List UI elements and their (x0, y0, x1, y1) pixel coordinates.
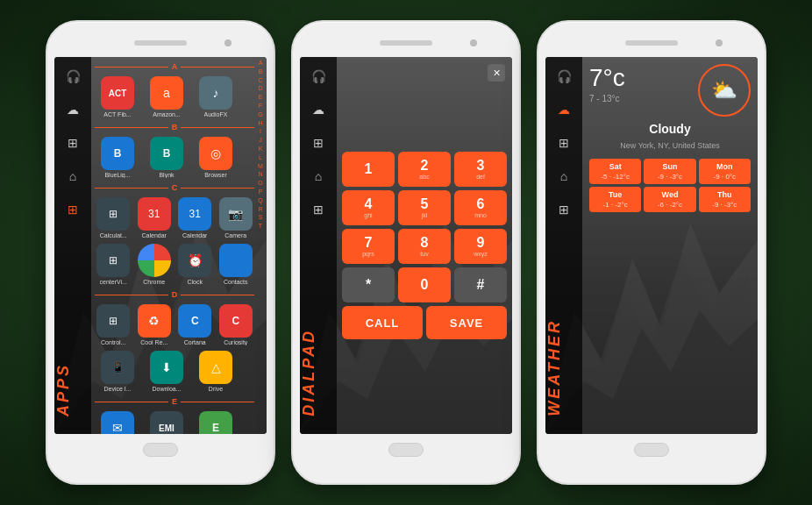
dial-button-8[interactable]: 8 tuv (398, 229, 451, 264)
weather-day-temp-tue: -1 · -2°c (603, 201, 628, 209)
weather-temp-section: 7°c 7 - 13°c (589, 64, 625, 103)
dial-button-9[interactable]: 9 wxyz (454, 229, 507, 264)
sidebar-grid-icon[interactable]: ⊞ (61, 131, 85, 155)
section-e-header: E (95, 395, 254, 408)
dial-button-3[interactable]: 3 def (454, 152, 507, 187)
apps-grid: A ACT ACT Fib... a Amazon... ♪ AudioFX (91, 57, 267, 434)
list-item[interactable]: a Amazon... (144, 76, 189, 117)
list-item[interactable]: ⊞ centerVi... (95, 244, 132, 285)
phone-top-bar-2 (300, 32, 512, 53)
app-label: Device I... (103, 386, 131, 392)
apps-sidebar: 🎧 ☁ ⊞ ⌂ ⊞ APPS (54, 57, 91, 434)
list-item[interactable]: ⊞ Calculat... (95, 197, 132, 238)
dial-button-6[interactable]: 6 mno (454, 190, 507, 225)
list-item[interactable]: ⏰ Clock (176, 244, 214, 285)
dial-num-8: 8 (421, 236, 429, 250)
phone-home-button-2[interactable] (388, 443, 424, 457)
dial-button-5[interactable]: 5 jkl (398, 190, 451, 225)
weather-location: New York, NY, United States (589, 141, 751, 150)
sidebar-grid-icon-3[interactable]: ⊞ (552, 131, 576, 155)
sidebar-headphone-icon-3[interactable]: 🎧 (552, 64, 576, 89)
list-item[interactable]: 📱 Device I... (95, 351, 140, 392)
list-item[interactable]: ACT ACT Fib... (95, 76, 140, 117)
dial-num-2: 2 (421, 159, 429, 173)
dial-button-0[interactable]: 0 (398, 267, 451, 302)
phone-apps: 🎧 ☁ ⊞ ⌂ ⊞ APPS A B C D E F G H I J K L (46, 20, 275, 485)
list-item[interactable]: ⬇ Downloa... (144, 351, 189, 392)
app-icon-drive: △ (199, 351, 232, 384)
sidebar-home-icon[interactable]: ⌂ (61, 164, 85, 188)
sidebar-cloud-icon[interactable]: ☁ (61, 97, 85, 122)
sidebar-home-icon-2[interactable]: ⌂ (306, 164, 331, 188)
sidebar-grid-icon-2[interactable]: ⊞ (306, 131, 331, 155)
list-item[interactable]: C Curiosity (217, 304, 255, 345)
app-icon-contacts: 👤 (219, 244, 253, 277)
section-a-letter: A (172, 62, 178, 71)
list-item[interactable]: △ Drive (193, 351, 239, 392)
phone-top-bar (54, 32, 267, 53)
list-item[interactable]: 31 Calendar (136, 197, 174, 238)
app-icon-camera: 📷 (219, 197, 253, 231)
dial-button-hash[interactable]: # (454, 267, 507, 302)
sidebar-dialpad-icon[interactable]: ⊞ (306, 197, 331, 222)
app-icon-audiofx: ♪ (199, 76, 232, 110)
app-icon-evernote: E (199, 411, 232, 434)
list-item[interactable]: B Blynk (144, 137, 189, 178)
weather-day-temp-sat: -5 · -12°c (601, 173, 630, 181)
phone-home-button[interactable] (143, 443, 178, 457)
dial-button-1[interactable]: 1 (342, 152, 395, 187)
list-item[interactable]: Chrome (136, 244, 174, 285)
dialpad-close-button[interactable]: ✕ (488, 64, 505, 82)
phone-camera-3 (716, 39, 723, 46)
list-item[interactable]: B BlueLig... (95, 137, 140, 178)
weather-day-mon: Mon -9 · 0°c (699, 159, 751, 184)
alpha-sidebar[interactable]: A B C D E F G H I J K L M N O P Q R S T (254, 57, 267, 434)
list-item[interactable]: ♻ Cool Re... (136, 304, 174, 345)
apps-screen: 🎧 ☁ ⊞ ⌂ ⊞ APPS A B C D E F G H I J K L (54, 57, 267, 434)
sidebar-cloud-icon-2[interactable]: ☁ (306, 97, 331, 122)
app-icon-control: ⊞ (96, 304, 130, 338)
dial-button-2[interactable]: 2 abc (398, 152, 451, 187)
section-b-letter: B (172, 123, 178, 132)
weather-main-row: 7°c 7 - 13°c ⛅ (589, 64, 751, 117)
dial-sub-2: abc (419, 174, 429, 180)
list-item[interactable]: EMI EMI Cal... (144, 411, 189, 434)
section-line (181, 67, 254, 68)
dial-button-7[interactable]: 7 pqrs (342, 229, 395, 264)
sidebar-headphone-icon-2[interactable]: 🎧 (306, 64, 331, 89)
save-button[interactable]: SAVE (426, 306, 507, 339)
apps-row-a: ACT ACT Fib... a Amazon... ♪ AudioFX (95, 75, 254, 119)
phone-weather: 🎧 ☁ ⊞ ⌂ ⊞ WEATHER 7°c 7 - 13°c ⛅ Cloudy … (537, 20, 766, 485)
list-item[interactable]: 31 Calendar (176, 197, 214, 238)
list-item[interactable]: E Evernote (193, 411, 239, 434)
sidebar-apps-icon[interactable]: ⊞ (61, 197, 85, 222)
weather-range: 7 - 13°c (589, 94, 625, 103)
dial-num-6: 6 (477, 197, 485, 211)
weather-temperature: 7°c (589, 64, 625, 92)
weather-sidebar-label: WEATHER (545, 319, 582, 416)
app-label: AudioFX (204, 111, 228, 117)
call-button[interactable]: CALL (342, 306, 423, 339)
list-item[interactable]: 📷 Camera (217, 197, 255, 238)
dial-button-4[interactable]: 4 ghi (342, 190, 395, 225)
sidebar-weather-icon[interactable]: ⊞ (552, 197, 576, 222)
sidebar-cloud-icon-3[interactable]: ☁ (552, 97, 576, 122)
sidebar-headphone-icon[interactable]: 🎧 (61, 64, 85, 89)
list-item[interactable]: ◎ Browser (193, 137, 239, 178)
dial-button-star[interactable]: * (342, 267, 395, 302)
list-item[interactable]: C Cortana (176, 304, 214, 345)
dialpad-sidebar-label: DIALPAD (300, 329, 337, 416)
weather-day-label-mon: Mon (716, 162, 733, 171)
list-item[interactable]: ✉ Email (95, 411, 140, 434)
list-item[interactable]: 👤 Contacts (217, 244, 255, 285)
app-icon-calc: ⊞ (96, 197, 130, 231)
weather-day-label-tue: Tue (609, 190, 622, 199)
sidebar-home-icon-3[interactable]: ⌂ (552, 164, 576, 188)
section-line (95, 67, 168, 68)
weather-day-label-sat: Sat (609, 162, 622, 171)
phone-home-button-3[interactable] (634, 443, 669, 457)
list-item[interactable]: ♪ AudioFX (193, 76, 239, 117)
phone-camera (224, 39, 231, 46)
apps-row-d1: ⊞ Control... ♻ Cool Re... C Cortana C Cu… (95, 302, 254, 347)
list-item[interactable]: ⊞ Control... (95, 304, 132, 345)
